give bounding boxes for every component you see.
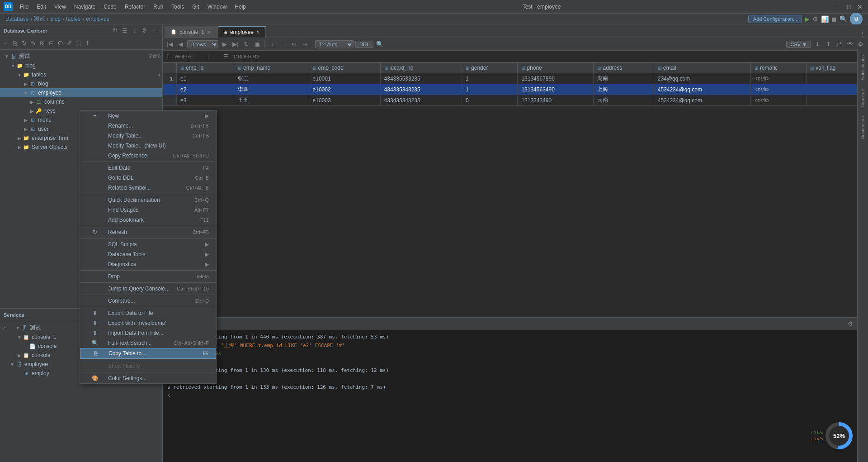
next-page-button[interactable]: ▶ [220, 40, 229, 49]
cell-remark-3[interactable]: <null> [750, 95, 806, 106]
menu-git[interactable]: Git [189, 2, 203, 11]
add-db-button[interactable]: + [2, 39, 10, 48]
bookmarks-tab[interactable]: Bookmarks [859, 114, 866, 142]
th-emp-code[interactable]: ⊞emp_code [309, 63, 380, 73]
menu-run[interactable]: Run [150, 2, 167, 11]
cell-email-3[interactable]: 4534234@qq.com [654, 95, 750, 106]
cell-idcard-1[interactable]: 434335533235 [380, 73, 462, 84]
close-button[interactable]: ✕ [855, 2, 864, 11]
tree-item-blog-table[interactable]: ▶ ⊞ blog [0, 79, 162, 88]
menu-item-copy-table[interactable]: ⎘ Copy Table to... F5 [80, 348, 216, 359]
cell-phone-3[interactable]: 1313343490 [518, 95, 594, 106]
cell-phone-2[interactable]: 13134563490 [518, 84, 594, 95]
cell-emp-code-2[interactable]: e10002 [309, 84, 380, 95]
breadcrumb-tables[interactable]: tables [66, 16, 80, 22]
first-page-button[interactable]: |◀ [165, 40, 175, 49]
breadcrumb-employee[interactable]: employee [86, 16, 109, 22]
cell-address-3[interactable]: 云南 [594, 95, 654, 106]
th-email[interactable]: ⊞email [654, 63, 750, 73]
cell-emp-name-1[interactable]: 张三 [234, 73, 309, 84]
cell-idcard-2[interactable]: 434335343235 [380, 84, 462, 95]
cell-remark-2[interactable]: <null> [750, 84, 806, 95]
search-table-button[interactable]: 🔍 [375, 40, 384, 49]
remove-row-button[interactable]: − [278, 40, 288, 49]
coverage-icon[interactable]: ◼ [831, 15, 837, 23]
tree-item-ceshidb[interactable]: ▼ 🗄 测试 2 of 6 [0, 52, 162, 61]
maximize-button[interactable]: □ [844, 2, 854, 11]
tab-close-console1[interactable]: × [207, 29, 211, 35]
cell-remark-1[interactable]: <null> [750, 73, 806, 84]
cell-email-1[interactable]: 234@qq.com [654, 73, 750, 84]
cell-address-2[interactable]: 上海 [594, 84, 654, 95]
add-configuration-button[interactable]: Add Configuration... [748, 15, 802, 23]
menu-item-sql-scripts[interactable]: SQL Scripts ▶ [80, 239, 216, 249]
cell-phone-1[interactable]: 13134567890 [518, 73, 594, 84]
cell-gender-1[interactable]: 1 [462, 73, 518, 84]
cell-gender-2[interactable]: 1 [462, 84, 518, 95]
tab-close-employee[interactable]: × [256, 29, 260, 35]
minimize-button[interactable]: ─ [834, 2, 843, 11]
menu-item-jump-console[interactable]: Jump to Query Console... Ctrl+Shift+F10 [80, 284, 216, 294]
cell-emp-code-1[interactable]: e10001 [309, 73, 380, 84]
th-idcard-no[interactable]: ⊞idcard_no [380, 63, 462, 73]
notifications-tab[interactable]: Notifications [859, 52, 866, 82]
sort-db-icon[interactable]: ↕ [131, 27, 139, 35]
menu-item-import-file[interactable]: ⬆ Import Data from File... [80, 328, 216, 338]
cell-email-2[interactable]: 4534234@qq.com [654, 84, 750, 95]
tree-item-employee[interactable]: ▼ ⊞ employee [0, 88, 162, 97]
reload-button[interactable]: ↻ [242, 40, 251, 49]
menu-item-refresh[interactable]: ↻ Refresh Ctrl+F5 [80, 227, 216, 237]
cell-emp-name-2[interactable]: 李四 [234, 84, 309, 95]
menu-item-modify-new[interactable]: Modify Table... (New UI) [80, 141, 216, 151]
menu-item-go-ddl[interactable]: Go to DDL Ctrl+B [80, 173, 216, 183]
table-row-3[interactable]: e3 王五 e10003 433435343235 0 1313343490 云… [163, 95, 868, 106]
cell-emp-id-2[interactable]: e2 [177, 84, 234, 95]
menu-item-new[interactable]: + New ▶ [80, 111, 216, 121]
menu-code[interactable]: Code [100, 2, 120, 11]
menu-item-modify[interactable]: Modify Table... Ctrl+F6 [80, 131, 216, 141]
undo-button[interactable]: ↩ [289, 40, 298, 49]
table-row-2[interactable]: e2 李四 e10002 434335343235 1 13134563490 … [163, 84, 868, 95]
cell-emp-code-3[interactable]: e10003 [309, 95, 380, 106]
menu-view[interactable]: View [51, 2, 70, 11]
close-db-icon[interactable]: ─ [151, 27, 159, 35]
refresh-db-button[interactable]: ↻ [20, 39, 28, 48]
stop-button[interactable]: ◼ [253, 40, 262, 49]
menu-navigate[interactable]: Navigate [71, 2, 99, 11]
cell-emp-id-1[interactable]: e1 [177, 73, 234, 84]
settings-table-button[interactable]: ⚙ [856, 40, 865, 49]
last-page-button[interactable]: ▶| [231, 40, 240, 49]
refresh-db-icon[interactable]: ↻ [111, 27, 119, 35]
run-icon[interactable]: ▶ [805, 15, 810, 23]
add-row-button[interactable]: + [268, 40, 277, 49]
view-button[interactable]: 👁 [845, 40, 854, 49]
tree-item-tables[interactable]: ▼ 📁 tables 4 [0, 70, 162, 79]
layout-db-button[interactable]: ⊞ [38, 39, 46, 48]
th-emp-name[interactable]: ⊞emp_name [234, 63, 309, 73]
menu-item-drop[interactable]: Drop Delete [80, 271, 216, 281]
redo-button[interactable]: ↪ [300, 40, 309, 49]
breadcrumb-database[interactable]: Database [5, 16, 28, 22]
menu-help[interactable]: Help [231, 2, 250, 11]
prev-page-button[interactable]: ◀ [176, 40, 185, 49]
cell-idcard-3[interactable]: 433435343235 [380, 95, 462, 106]
csv-export-button[interactable]: CSV ▼ [786, 41, 811, 48]
tab-employee[interactable]: ⊞ employee × [217, 26, 266, 38]
breadcrumb-schema[interactable]: 测试 [34, 15, 45, 23]
menu-item-edit-data[interactable]: Edit Data F4 [80, 163, 216, 173]
menu-item-color-settings[interactable]: 🎨 Color Settings... [80, 373, 216, 383]
menu-item-compare[interactable]: Compare... Ctrl+D [80, 296, 216, 306]
copy-db-button[interactable]: ⎘ [11, 39, 19, 48]
edit-db-button[interactable]: ✎ [29, 39, 37, 48]
menu-file[interactable]: File [16, 2, 32, 11]
tree-item-columns[interactable]: ▶ ☰ columns [0, 97, 162, 106]
filter2-db-button[interactable]: ⊺ [83, 39, 91, 48]
column-db-button[interactable]: ∅ [56, 39, 64, 48]
download-button[interactable]: ⬇ [813, 40, 822, 49]
th-emp-id[interactable]: ⊞emp_id [177, 63, 234, 73]
th-gender[interactable]: ⊞gender [462, 63, 518, 73]
rows-selector[interactable]: 3 rows 10 rows 50 rows [187, 40, 218, 48]
menu-edit[interactable]: Edit [33, 2, 50, 11]
edit2-db-button[interactable]: ✐ [65, 39, 73, 48]
profile-icon[interactable]: 📊 [821, 15, 829, 23]
